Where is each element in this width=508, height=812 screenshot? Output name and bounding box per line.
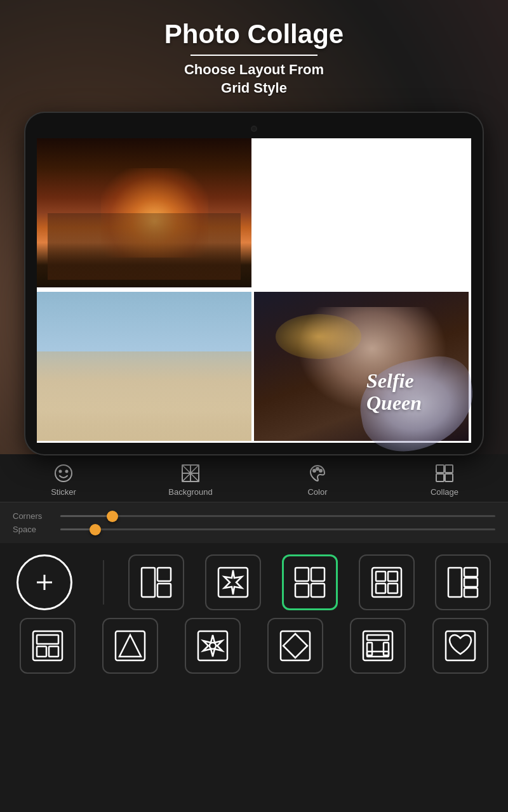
color-icon <box>306 462 329 485</box>
corners-thumb[interactable] <box>107 511 118 522</box>
svg-rect-16 <box>445 474 453 481</box>
svg-rect-24 <box>311 568 324 581</box>
add-layout-button[interactable] <box>17 554 72 610</box>
layout-btn-7[interactable] <box>102 618 158 674</box>
svg-rect-34 <box>464 578 478 587</box>
svg-rect-38 <box>37 646 46 657</box>
tab-color-label: Color <box>307 487 327 497</box>
bottom-toolbar: Sticker Background <box>0 454 508 812</box>
svg-point-11 <box>316 468 319 470</box>
svg-rect-33 <box>464 568 478 577</box>
background-icon <box>179 462 202 485</box>
space-track[interactable] <box>60 528 495 530</box>
svg-rect-25 <box>295 584 309 597</box>
layout-btn-6[interactable] <box>20 618 76 674</box>
space-label: Space <box>13 525 51 534</box>
tablet-camera <box>251 126 257 132</box>
svg-rect-32 <box>448 568 462 597</box>
tab-collage-label: Collage <box>431 487 458 497</box>
svg-rect-23 <box>295 568 309 581</box>
layout-btn-10[interactable] <box>350 618 406 674</box>
layout-divider <box>103 560 104 605</box>
tablet-frame: Selfie Queen <box>25 113 483 454</box>
corners-fill <box>60 515 112 517</box>
svg-rect-15 <box>436 474 444 481</box>
svg-rect-29 <box>388 572 398 581</box>
svg-point-10 <box>313 469 316 472</box>
tab-bar: Sticker Background <box>0 454 508 502</box>
tab-color[interactable]: Color <box>254 462 381 497</box>
selfie-queen-sticker: Selfie Queen <box>360 360 474 449</box>
svg-rect-35 <box>464 588 478 597</box>
layout-btn-5[interactable] <box>435 554 491 610</box>
sliders-section: Corners Space <box>0 502 508 543</box>
tab-sticker-label: Sticker <box>51 487 76 497</box>
svg-rect-48 <box>367 652 389 657</box>
header-subtitle: Choose Layout FromGrid Style <box>164 61 344 97</box>
layout-btn-11[interactable] <box>432 618 488 674</box>
svg-rect-45 <box>367 635 389 640</box>
space-slider-row: Space <box>13 525 495 534</box>
svg-rect-49 <box>446 631 475 660</box>
svg-rect-21 <box>157 584 171 597</box>
layout-grid <box>0 543 508 812</box>
svg-rect-14 <box>445 465 453 473</box>
space-thumb[interactable] <box>90 524 101 535</box>
svg-point-12 <box>319 469 322 472</box>
layout-btn-1[interactable] <box>128 554 184 610</box>
svg-rect-20 <box>157 568 171 581</box>
svg-rect-37 <box>37 635 58 644</box>
photo-2 <box>37 138 251 287</box>
collage-grid: Selfie Queen <box>37 138 471 443</box>
tab-background-label: Background <box>168 487 212 497</box>
svg-point-1 <box>60 471 62 473</box>
tablet-wrapper: Selfie Queen <box>25 113 483 454</box>
photo-3 <box>37 292 251 441</box>
sticker-icon <box>52 462 75 485</box>
svg-point-2 <box>66 471 68 473</box>
svg-rect-28 <box>376 572 385 581</box>
svg-rect-26 <box>311 584 324 597</box>
tab-sticker[interactable]: Sticker <box>0 462 127 497</box>
layout-btn-9[interactable] <box>267 618 323 674</box>
header-divider <box>190 55 318 56</box>
layout-row-2 <box>6 618 502 674</box>
layout-btn-2[interactable] <box>205 554 261 610</box>
svg-rect-13 <box>436 465 444 473</box>
svg-rect-19 <box>142 568 155 597</box>
page-title: Photo Collage <box>164 19 344 49</box>
svg-rect-39 <box>49 646 58 657</box>
svg-point-42 <box>210 643 216 649</box>
layout-row-1 <box>6 554 502 610</box>
sticker-text: Selfie Queen <box>366 370 471 414</box>
svg-rect-31 <box>388 584 398 593</box>
tab-background[interactable]: Background <box>127 462 254 497</box>
header-section: Photo Collage Choose Layout FromGrid Sty… <box>152 0 356 107</box>
svg-rect-30 <box>376 584 385 593</box>
collage-icon <box>433 462 456 485</box>
svg-rect-43 <box>281 631 310 660</box>
layout-btn-3[interactable] <box>282 554 338 610</box>
corners-track[interactable] <box>60 515 495 517</box>
svg-point-0 <box>55 465 72 481</box>
main-content: Photo Collage Choose Layout FromGrid Sty… <box>0 0 508 812</box>
layout-btn-4[interactable] <box>359 554 415 610</box>
corners-label: Corners <box>13 511 51 521</box>
collage-cell-2[interactable] <box>37 138 251 287</box>
layout-btn-8[interactable] <box>185 618 241 674</box>
tab-collage[interactable]: Collage <box>381 462 508 497</box>
collage-cell-3[interactable] <box>37 292 251 441</box>
corners-slider-row: Corners <box>13 511 495 521</box>
